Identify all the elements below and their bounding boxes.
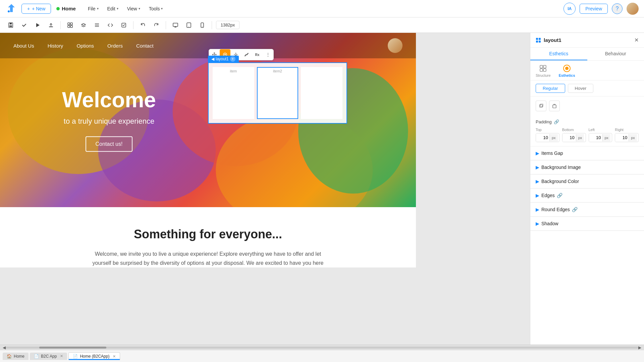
online-indicator <box>56 7 60 10</box>
layout-rx-button[interactable]: Rx <box>252 49 263 60</box>
active-tab-indicator <box>69 359 120 360</box>
menu-tools[interactable]: Tools ▾ <box>145 4 167 13</box>
shadow-label: Shadow <box>541 221 558 226</box>
svg-rect-25 <box>539 38 541 40</box>
svg-rect-34 <box>553 105 556 108</box>
padding-right-unit: px <box>629 134 637 141</box>
help-button[interactable]: ? <box>612 3 623 14</box>
layers-button[interactable] <box>78 20 89 31</box>
hero-subtitle: to a truly unique experience <box>17 117 201 126</box>
nav-button[interactable] <box>92 20 102 31</box>
plus-icon: + <box>27 6 30 11</box>
tab-b2capp[interactable]: 📄 B2C App ✕ <box>30 353 67 360</box>
avatar[interactable] <box>627 3 639 15</box>
hero-contact-button[interactable]: Contact us! <box>86 136 133 152</box>
save-button[interactable] <box>5 20 16 31</box>
layout-item-1[interactable]: item <box>213 67 254 119</box>
desktop-view-button[interactable] <box>170 20 181 31</box>
round-edges-header[interactable]: ▶ Round Edges 🔗 <box>530 203 644 217</box>
scroll-right-button[interactable]: ▶ <box>638 345 641 350</box>
regular-state-tab[interactable]: Regular <box>536 84 565 93</box>
background-image-header[interactable]: ▶ Background Image <box>530 161 644 174</box>
items-gap-header[interactable]: ▶ Items Gap <box>530 146 644 160</box>
undo-button[interactable] <box>138 20 148 31</box>
tab-b2capp-label: B2C App <box>41 354 57 359</box>
scrollbar-track[interactable] <box>6 347 638 349</box>
new-label: + New <box>32 6 45 11</box>
svg-rect-5 <box>49 26 53 27</box>
hover-state-tab[interactable]: Hover <box>568 84 594 93</box>
item2-label: item2 <box>258 68 298 74</box>
check-button[interactable] <box>19 20 30 31</box>
tab-behaviour[interactable]: Behaviour <box>587 48 644 60</box>
layout-link-button[interactable] <box>241 49 252 60</box>
tablet-view-button[interactable] <box>183 20 194 31</box>
preview-button[interactable]: Preview <box>580 4 608 14</box>
redo-button[interactable] <box>151 20 162 31</box>
canvas-inner: About Us History Options Orders Contact … <box>0 33 530 267</box>
new-button[interactable]: + + New <box>21 4 51 14</box>
layout-item-3[interactable] <box>301 67 342 119</box>
shadow-section: ▶ Shadow <box>530 217 644 231</box>
svg-rect-28 <box>540 65 543 68</box>
subtab-styles[interactable]: Esthetics <box>559 65 575 77</box>
scrollbar-area[interactable]: ◀ ▶ <box>0 345 644 350</box>
subtab-structure[interactable]: Structure <box>536 65 551 77</box>
layout-item-2[interactable]: item2 <box>257 67 299 119</box>
svg-point-0 <box>8 10 10 12</box>
tab-esthetics[interactable]: Esthetics <box>530 48 587 60</box>
main-area: About Us History Options Orders Contact … <box>0 33 644 345</box>
svg-rect-26 <box>536 41 538 43</box>
site-preview[interactable]: About Us History Options Orders Contact … <box>0 33 416 267</box>
layout-tag[interactable]: ◀ layout1 + <box>208 56 239 62</box>
ia-button[interactable]: IA <box>564 3 576 15</box>
play-button[interactable] <box>32 20 43 31</box>
edges-link-icon: 🔗 <box>557 193 562 198</box>
tab-home-label: Home <box>14 354 24 359</box>
canvas-area[interactable]: About Us History Options Orders Contact … <box>0 33 530 345</box>
nav-history[interactable]: History <box>48 43 63 49</box>
item1-label: item <box>213 68 254 74</box>
tag-add-button[interactable]: + <box>230 56 235 62</box>
copy-button[interactable] <box>536 101 546 111</box>
padding-right-input[interactable] <box>615 133 629 142</box>
chevron-right-icon: ▶ <box>536 193 539 198</box>
panel-title-text: layout1 <box>544 37 561 43</box>
scroll-left-button[interactable]: ◀ <box>3 345 6 350</box>
code-button[interactable] <box>105 20 116 31</box>
mobile-view-button[interactable] <box>197 20 208 31</box>
tab-home[interactable]: 🏠 Home <box>3 353 29 360</box>
padding-top-input[interactable] <box>536 133 549 142</box>
edges-header[interactable]: ▶ Edges 🔗 <box>530 189 644 202</box>
padding-link-icon: 🔗 <box>554 119 559 124</box>
nav-about-us[interactable]: About Us <box>13 43 34 49</box>
nav-options[interactable]: Options <box>76 43 94 49</box>
script-button[interactable] <box>118 20 129 31</box>
menu-file[interactable]: File ▾ <box>84 4 103 13</box>
tab-home-b2capp[interactable]: 📄 Home (B2CApp) ✕ <box>68 352 120 360</box>
nav-orders[interactable]: Orders <box>107 43 123 49</box>
tab-home-b2capp-close[interactable]: ✕ <box>113 354 116 359</box>
page-name-display: Home <box>56 6 76 11</box>
publish-button[interactable] <box>46 20 56 31</box>
panel-close-button[interactable]: ✕ <box>634 37 639 43</box>
shadow-header[interactable]: ▶ Shadow <box>530 217 644 231</box>
styles-icon <box>563 65 571 72</box>
padding-bottom-input[interactable] <box>562 133 576 142</box>
svg-rect-14 <box>173 23 178 26</box>
menu-edit[interactable]: Edit ▾ <box>103 4 122 13</box>
tab-b2capp-close[interactable]: ✕ <box>60 354 63 358</box>
content-section: Something for everyone... Welcome, we in… <box>0 207 416 267</box>
content-body: Welcome, we invite you to live a unique … <box>91 249 325 267</box>
background-color-header[interactable]: ▶ Background Color <box>530 175 644 188</box>
panel-tabs: Esthetics Behaviour <box>530 48 644 61</box>
svg-rect-32 <box>540 105 542 107</box>
nav-contact[interactable]: Contact <box>136 43 154 49</box>
layout-more-button[interactable]: ⋮ <box>263 49 273 60</box>
menu-view[interactable]: View ▾ <box>123 4 144 13</box>
padding-left-input[interactable] <box>589 133 602 142</box>
paste-button[interactable] <box>549 101 560 111</box>
component-button[interactable] <box>65 20 75 31</box>
site-user-avatar[interactable] <box>388 38 402 53</box>
scrollbar-thumb[interactable] <box>39 347 106 349</box>
